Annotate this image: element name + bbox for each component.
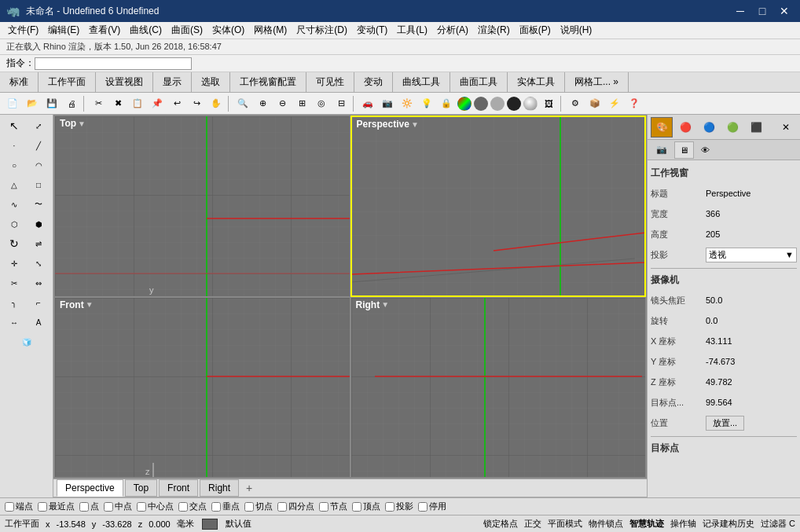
menu-item-r[interactable]: 渲染(R) (473, 22, 515, 39)
lt-trim[interactable]: ✂ (2, 273, 26, 292)
tb-car[interactable]: 🚗 (358, 94, 377, 113)
snap-checkbox-中心点[interactable] (137, 502, 146, 512)
tb-paste[interactable]: 📌 (148, 94, 167, 113)
bot-tab-top[interactable]: Top (125, 479, 157, 497)
tab-6[interactable]: 可见性 (306, 72, 354, 93)
lt-line[interactable]: ╱ (27, 136, 50, 155)
viewport-right[interactable]: Right ▼ (350, 297, 647, 479)
tb-save[interactable]: 💾 (42, 94, 61, 113)
panel-icon-texture[interactable]: ⬛ (745, 117, 767, 138)
close-button[interactable]: ✕ (775, 2, 794, 20)
coord-gumball[interactable]: 操作轴 (670, 518, 696, 530)
panel-location-button[interactable]: 放置... (706, 416, 744, 431)
tb-zoom-window[interactable]: ⊞ (292, 94, 311, 113)
panel-icon-env[interactable]: 🟢 (721, 117, 743, 138)
snap-checkbox-点[interactable] (79, 502, 89, 512)
menu-item-t[interactable]: 变动(T) (352, 22, 392, 39)
menu-item-l[interactable]: 工具(L) (392, 22, 432, 39)
tb-color4[interactable] (507, 97, 521, 111)
menu-item-f[interactable]: 文件(F) (3, 22, 43, 39)
coord-filter[interactable]: 过滤器 C (761, 518, 795, 530)
tab-9[interactable]: 曲面工具 (450, 72, 508, 93)
snap-item-最近点[interactable]: 最近点 (38, 501, 75, 512)
tb-new[interactable]: 📄 (3, 94, 22, 113)
snap-item-点[interactable]: 点 (79, 501, 99, 512)
snap-checkbox-垂点[interactable] (211, 502, 221, 512)
tb-zoom-all[interactable]: ⊟ (332, 94, 350, 113)
lt-mirror[interactable]: ⇌ (27, 234, 50, 253)
lt-polygon[interactable]: △ (2, 175, 26, 194)
lt-3dobj[interactable]: 🧊 (2, 332, 51, 351)
snap-checkbox-顶点[interactable] (352, 502, 361, 512)
viewport-perspective[interactable]: Perspective ▼ (350, 116, 647, 297)
tb-more2[interactable]: 📦 (585, 94, 604, 113)
tb-color1[interactable] (457, 97, 472, 111)
lt-point[interactable]: · (2, 136, 26, 155)
lt-extrude[interactable]: ⬡ (2, 215, 26, 233)
coord-osnap[interactable]: 物件锁点 (589, 518, 623, 530)
tb-zoom-out[interactable]: ⊖ (273, 94, 292, 113)
snap-item-节点[interactable]: 节点 (319, 501, 347, 512)
snap-checkbox-最近点[interactable] (38, 502, 47, 512)
snap-item-端点[interactable]: 端点 (5, 501, 33, 512)
tab-0[interactable]: 标准 (0, 72, 39, 93)
lt-surface[interactable]: ⬢ (27, 215, 50, 233)
snap-checkbox-交点[interactable] (178, 502, 188, 512)
snap-checkbox-四分点[interactable] (277, 502, 287, 512)
snap-item-顶点[interactable]: 顶点 (352, 501, 380, 512)
lt-rect[interactable]: □ (27, 175, 50, 194)
menu-item-p[interactable]: 面板(P) (515, 22, 556, 39)
panel-icon-colors[interactable]: 🎨 (651, 117, 673, 138)
tb-color2[interactable] (474, 97, 488, 111)
viewport-top[interactable]: Top ▼ (54, 116, 350, 297)
lt-curve[interactable]: ∿ (2, 195, 26, 214)
coord-ortho[interactable]: 正交 (524, 518, 541, 530)
lt-arc[interactable]: ◠ (27, 156, 50, 174)
tb-more3[interactable]: ⚡ (605, 94, 624, 113)
tab-10[interactable]: 实体工具 (508, 72, 565, 93)
tb-cut[interactable]: ✂ (89, 94, 108, 113)
snap-checkbox-停用[interactable] (418, 502, 428, 512)
maximize-button[interactable]: □ (753, 2, 772, 20)
lt-rotate[interactable]: ↻ (2, 234, 26, 253)
tab-7[interactable]: 变动 (354, 72, 393, 93)
lt-text[interactable]: A (27, 313, 50, 332)
snap-checkbox-中点[interactable] (104, 502, 113, 512)
tb-pan[interactable]: ✋ (207, 94, 226, 113)
menu-item-a[interactable]: 分析(A) (432, 22, 473, 39)
menu-item-s[interactable]: 曲面(S) (167, 22, 207, 39)
tb-zoom-sel[interactable]: ◎ (312, 94, 331, 113)
menu-item-e[interactable]: 编辑(E) (43, 22, 84, 39)
lt-chamfer[interactable]: ⌐ (27, 293, 50, 312)
tb-light[interactable]: 💡 (417, 94, 436, 113)
bot-tab-perspective[interactable]: Perspective (57, 479, 123, 497)
bot-tab-front[interactable]: Front (159, 479, 198, 497)
snap-item-中点[interactable]: 中点 (104, 501, 132, 512)
menu-item-v[interactable]: 查看(V) (84, 22, 125, 39)
panel-tab-settings[interactable]: 👁 (695, 141, 715, 159)
lt-circle[interactable]: ○ (2, 156, 26, 174)
minimize-button[interactable]: ─ (731, 2, 750, 20)
panel-icon-layers[interactable]: 🔴 (674, 117, 696, 138)
tb-more1[interactable]: ⚙ (566, 94, 585, 113)
panel-icon-materials[interactable]: 🔵 (698, 117, 720, 138)
tb-zoom-extent[interactable]: 🔍 (233, 94, 252, 113)
tab-1[interactable]: 工作平面 (39, 72, 96, 93)
tb-open[interactable]: 📂 (23, 94, 42, 113)
snap-item-切点[interactable]: 切点 (244, 501, 273, 512)
tb-render-preview[interactable]: 🔆 (398, 94, 417, 113)
tb-sphere[interactable] (523, 97, 538, 111)
snap-checkbox-节点[interactable] (319, 502, 328, 512)
snap-item-投影[interactable]: 投影 (385, 501, 413, 512)
tb-color3[interactable] (490, 97, 505, 111)
tb-render-icon[interactable]: 🖼 (539, 94, 558, 113)
panel-select-projection[interactable]: 透视 ▼ (706, 248, 797, 262)
lt-move[interactable]: ✛ (2, 254, 26, 273)
lt-select2[interactable]: ⤢ (27, 116, 50, 135)
coord-grid-snap[interactable]: 锁定格点 (483, 518, 518, 530)
snap-checkbox-切点[interactable] (244, 502, 254, 512)
lt-extend[interactable]: ⇔ (27, 273, 50, 292)
menu-item-m[interactable]: 网格(M) (249, 22, 292, 39)
menu-item-h[interactable]: 说明(H) (556, 22, 597, 39)
tb-help[interactable]: ❓ (625, 94, 644, 113)
